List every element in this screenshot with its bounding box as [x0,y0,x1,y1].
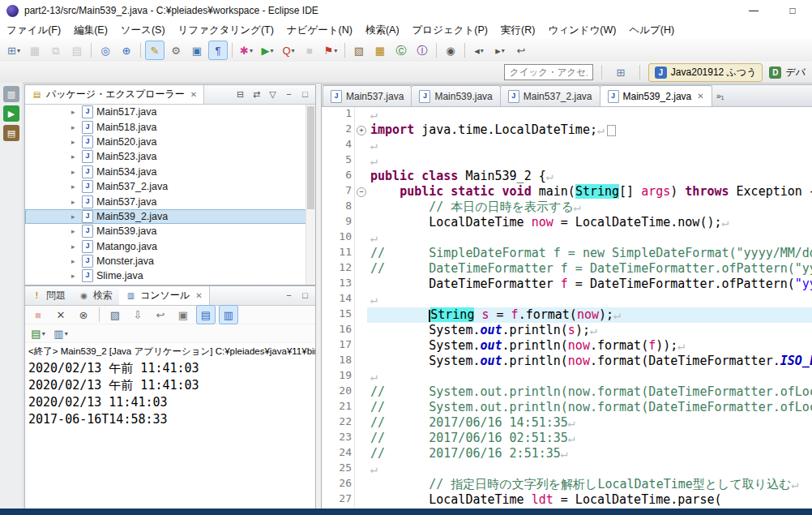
code-text[interactable]: // 指定日時の文字列を解析しLocalDateTime型として取り込む↵ [367,477,812,492]
back-button[interactable]: ◂▾ [469,41,489,60]
fold-expand-icon[interactable]: + [357,126,366,135]
menu-item[interactable]: ウィンドウ(W) [541,21,622,39]
line-number[interactable]: 17 [330,338,354,354]
line-number[interactable]: 12 [330,261,354,277]
terminate-button[interactable]: ■ [300,41,319,60]
code-text[interactable]: // SimpleDateFormat f = new SimpleDateFo… [367,246,812,261]
line-number[interactable]: 2 [330,122,354,138]
line-number[interactable]: 22 [330,415,354,431]
line-number[interactable]: 20 [330,384,354,400]
editor-line[interactable]: 23// 2017/06/16 02:51:35↵ [322,431,812,446]
line-number[interactable]: 19 [330,369,354,384]
pin-console-button[interactable]: ▣ [173,305,193,324]
remove-all-launches-button[interactable]: ⊗ [74,305,93,324]
menu-item[interactable]: ファイル(F) [0,21,67,39]
new-package-button[interactable]: ▦ [370,41,390,60]
scroll-lock-button[interactable]: ⇩ [128,305,147,324]
code-text[interactable]: public class Main539_2 {↵ [367,169,812,184]
tree-scrollbar[interactable] [306,105,315,285]
editor-line[interactable]: 22// 2017/06/16 14:51:35↵ [322,415,812,431]
line-number[interactable]: 6 [330,169,354,184]
annotation-ruler[interactable] [322,200,330,215]
remove-launch-button[interactable]: ✕ [51,305,71,324]
forward-button[interactable]: ▸▾ [490,41,510,60]
scrollbar-thumb[interactable] [307,106,314,209]
perspective-java[interactable]: JJava201912 ふつう [648,63,763,82]
tree-item-Main539.java[interactable]: ▸JMain539.java [25,224,315,238]
save-button[interactable]: ▦ [25,41,45,60]
annotation-ruler[interactable] [322,230,330,246]
maximize-view-icon[interactable]: □ [298,289,312,303]
line-number[interactable]: 5 [330,153,354,169]
line-number[interactable]: 13 [330,277,354,292]
code-text[interactable]: ↵ [367,153,812,169]
annotation-ruler[interactable] [322,153,330,169]
menu-item[interactable]: ヘルプ(H) [622,21,681,39]
code-text[interactable]: public static void main(String[] args) t… [367,184,812,200]
menu-item[interactable]: プロジェクト(P) [406,21,494,39]
new-java-project-button[interactable]: ▧ [349,41,369,60]
show-on-stdout-button[interactable]: ▤ [196,305,216,324]
tree-item-Main520.java[interactable]: ▸JMain520.java [25,135,315,149]
menu-item[interactable]: ソース(S) [114,21,172,39]
menu-item[interactable]: 編集(E) [67,21,114,39]
line-number[interactable]: 26 [330,477,354,492]
chevron-right-icon[interactable]: ▸ [71,272,79,280]
console-output[interactable]: 2020/02/13 午前 11:41:032020/02/13 午前 11:4… [25,358,315,509]
tree-item-Main534.java[interactable]: ▸JMain534.java [25,165,315,179]
open-console-button[interactable]: ▤▾ [28,324,48,343]
perspective-debug[interactable]: Dデバ [763,63,812,82]
tab-search[interactable]: ◉検索 [72,286,119,305]
code-text[interactable]: ↵ [367,369,812,384]
editor-line[interactable]: 8 // 本日の日時を表示する↵ [322,200,812,215]
line-number[interactable]: 10 [330,230,354,246]
close-icon[interactable]: ✕ [190,90,197,99]
editor-code-area[interactable]: 1↵2+import java.time.LocalDateTime;↵4↵5↵… [322,107,812,509]
code-text[interactable]: // 本日の日時を表示する↵ [367,200,812,215]
chevron-right-icon[interactable]: ▸ [71,257,79,265]
line-number[interactable]: 27 [330,492,354,508]
quick-access-input[interactable] [504,64,593,80]
minimize-view-icon[interactable]: − [282,88,296,101]
code-text[interactable]: LocalDateTime now = LocalDateTime.now();… [367,215,812,230]
external-tools-button[interactable]: ✱▾ [237,41,256,60]
annotation-ruler[interactable] [322,307,330,323]
code-text[interactable]: ↵ [367,230,812,246]
annotation-ruler[interactable] [322,138,330,153]
editor-line[interactable]: 11// SimpleDateFormat f = new SimpleDate… [322,246,812,261]
show-on-stderr-button[interactable]: ▥ [219,305,238,324]
save-all-button[interactable]: ⧉ [46,41,66,60]
word-wrap-button[interactable]: ↩ [151,305,170,324]
minimized-run-view-button[interactable]: ▶ [3,105,19,122]
annotation-ruler[interactable] [322,384,330,400]
minimize-button[interactable]: — [734,0,773,21]
editor-tab-Main537_2.java[interactable]: JMain537_2.java [500,85,600,106]
line-number[interactable]: 25 [330,461,354,477]
view-menu-icon[interactable]: ▽ [266,88,280,101]
annotation-ruler[interactable] [322,323,330,338]
code-text[interactable]: // 2017/06/16 2:51:35↵ [367,446,812,461]
annotation-ruler[interactable] [322,261,330,277]
editor-line[interactable]: 27 LocalDateTime ldt = LocalDateTime.par… [322,492,812,508]
chevron-right-icon[interactable]: ▸ [71,182,79,191]
code-text[interactable]: ↵ [367,292,812,307]
code-text[interactable]: LocalDateTime ldt = LocalDateTime.parse( [367,492,812,508]
code-text[interactable]: // System.out.println(now.format(DateTim… [367,384,812,400]
code-text[interactable]: ↵ [367,138,812,153]
line-number[interactable]: 8 [330,200,354,215]
annotation-ruler[interactable] [322,354,330,369]
tree-item-Slime.java[interactable]: ▸JSlime.java [25,268,315,283]
chevron-right-icon[interactable]: ▸ [71,123,79,131]
maximize-button[interactable]: □ [773,0,812,21]
editor-line[interactable]: 9 LocalDateTime now = LocalDateTime.now(… [322,215,812,230]
tab-problems[interactable]: !問題 [25,286,72,305]
annotation-ruler[interactable] [322,461,330,477]
tab-package-explorer[interactable]: ▤ パッケージ・エクスプローラー ✕ [25,85,204,104]
tree-item-Main539_2.java[interactable]: ▸JMain539_2.java [25,209,315,224]
editor-line[interactable]: 4↵ [322,138,812,153]
editor-line[interactable]: 6public class Main539_2 {↵ [322,169,812,184]
editor-line[interactable]: 25↵ [322,461,812,477]
editor-line[interactable]: 5↵ [322,153,812,169]
menu-item[interactable]: 検索(A) [359,21,406,39]
coverage-button[interactable]: Q▾ [279,41,298,60]
